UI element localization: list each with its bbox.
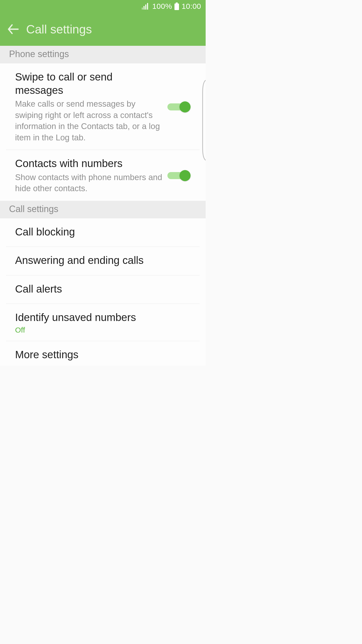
item-title: Call blocking: [15, 225, 186, 239]
item-answering-ending-calls[interactable]: Answering and ending calls: [6, 247, 200, 275]
item-title: Swipe to call or send messages: [15, 70, 162, 97]
item-title: More settings: [15, 348, 186, 361]
section-header-call-settings: Call settings: [0, 201, 206, 218]
scroll-edge-handle[interactable]: [202, 80, 206, 160]
item-more-settings[interactable]: More settings: [6, 341, 200, 366]
item-title: Contacts with numbers: [15, 157, 162, 170]
toggle-thumb: [179, 101, 191, 112]
svg-rect-1: [144, 6, 145, 10]
toggle-thumb: [179, 170, 191, 181]
item-swipe-to-call[interactable]: Swipe to call or send messages Make call…: [6, 63, 200, 150]
item-title: Answering and ending calls: [15, 254, 186, 267]
item-contacts-with-numbers[interactable]: Contacts with numbers Show contacts with…: [6, 150, 200, 201]
page-title: Call settings: [26, 22, 92, 36]
section-header-phone-settings: Phone settings: [0, 46, 206, 63]
status-bar: 100% 10:00: [0, 0, 206, 13]
item-text: Identify unsaved numbers Off: [15, 311, 191, 334]
signal-icon: [142, 3, 149, 10]
item-text: More settings: [15, 348, 191, 363]
svg-rect-0: [142, 8, 143, 10]
item-identify-unsaved-numbers[interactable]: Identify unsaved numbers Off: [6, 304, 200, 341]
toggle-contacts-with-numbers[interactable]: [167, 170, 191, 181]
item-call-alerts[interactable]: Call alerts: [6, 275, 200, 304]
item-status: Off: [15, 326, 186, 334]
item-title: Call alerts: [15, 283, 186, 296]
svg-rect-3: [147, 3, 148, 10]
battery-percent: 100%: [152, 2, 172, 11]
svg-rect-4: [176, 3, 178, 4]
toggle-swipe-to-call[interactable]: [167, 101, 191, 112]
item-text: Call blocking: [15, 225, 191, 240]
svg-rect-5: [174, 4, 179, 10]
item-text: Swipe to call or send messages Make call…: [15, 70, 167, 143]
item-call-blocking[interactable]: Call blocking: [6, 218, 200, 247]
svg-rect-2: [145, 5, 146, 10]
item-title: Identify unsaved numbers: [15, 311, 186, 324]
app-header: Call settings: [0, 13, 206, 46]
clock-text: 10:00: [182, 2, 201, 11]
item-text: Contacts with numbers Show contacts with…: [15, 157, 167, 194]
item-subtitle: Show contacts with phone numbers and hid…: [15, 172, 162, 194]
battery-icon: [174, 3, 179, 10]
list-call-settings: Call blocking Answering and ending calls…: [0, 218, 206, 366]
list-phone-settings: Swipe to call or send messages Make call…: [0, 63, 206, 201]
item-subtitle: Make calls or send messages by swiping r…: [15, 98, 162, 143]
item-text: Answering and ending calls: [15, 254, 191, 269]
item-text: Call alerts: [15, 283, 191, 297]
back-arrow-icon[interactable]: [7, 23, 19, 35]
